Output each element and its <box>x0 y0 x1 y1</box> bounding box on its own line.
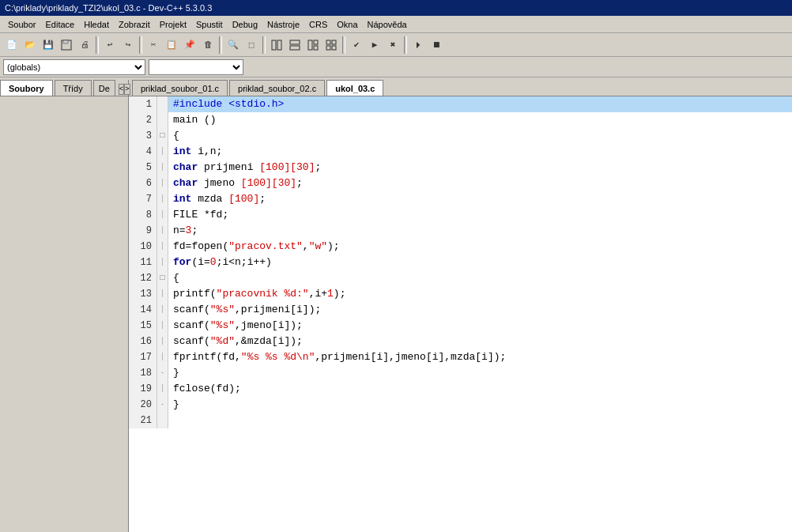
delete-button[interactable]: 🗑 <box>199 36 217 54</box>
run-button[interactable]: ▶ <box>366 36 383 54</box>
stop-button[interactable]: ✖ <box>384 36 402 54</box>
line-content[interactable]: char jmeno [100][30]; <box>168 175 303 191</box>
paste-button[interactable]: 📌 <box>181 36 198 54</box>
goto-button[interactable]: ⬚ <box>243 36 260 54</box>
line-content[interactable]: int i,n; <box>168 144 222 160</box>
menu-zobrazit[interactable]: Zobrazit <box>114 18 155 31</box>
line-content[interactable]: { <box>168 270 179 286</box>
dropdown-bar: (globals) <box>0 57 792 77</box>
fold-indicator[interactable]: □ <box>157 270 168 286</box>
code-line: 6 | char jmeno [100][30]; <box>129 175 792 191</box>
new-button[interactable]: 📄 <box>3 36 21 54</box>
line-number: 8 <box>129 207 157 223</box>
menu-nastroje[interactable]: Nástroje <box>262 18 304 31</box>
line-number: 1 <box>129 96 157 112</box>
menu-soubor[interactable]: Soubor <box>3 18 40 31</box>
line-content[interactable]: n=3; <box>168 223 198 239</box>
line-content[interactable]: fclose(fd); <box>168 381 241 397</box>
code-line: 2 main () <box>129 112 792 128</box>
fold-indicator: | <box>157 334 168 349</box>
line-number: 21 <box>129 413 157 428</box>
svg-rect-12 <box>332 46 336 50</box>
line-number: 7 <box>129 191 157 207</box>
cut-button[interactable]: ✂ <box>145 36 162 54</box>
line-content[interactable]: FILE *fd; <box>168 207 228 223</box>
fold-indicator: | <box>157 239 168 255</box>
code-line: 1 #include <stdio.h> <box>129 96 792 112</box>
menu-okna[interactable]: Okna <box>332 18 362 31</box>
tab-de[interactable]: De <box>93 80 115 96</box>
menu-crs[interactable]: CRS <box>304 18 332 31</box>
line-content[interactable]: scanf("%d",&mzda[i]); <box>168 334 303 349</box>
tab-file2[interactable]: priklad_soubor_02.c <box>229 80 325 96</box>
save-all-button[interactable] <box>58 36 75 54</box>
fold-indicator: | <box>157 255 168 270</box>
code-line: 18 - } <box>129 365 792 381</box>
line-content[interactable]: fd=fopen("pracov.txt","w"); <box>168 239 340 255</box>
code-line: 8 | FILE *fd; <box>129 207 792 223</box>
line-content[interactable]: main () <box>168 112 217 128</box>
win3-button[interactable] <box>304 36 322 54</box>
debug-stop-button[interactable]: ⏹ <box>428 36 445 54</box>
code-editor[interactable]: 1 #include <stdio.h> 2 main () 3 □ { 4 |… <box>129 96 792 532</box>
menu-projekt[interactable]: Projekt <box>155 18 191 31</box>
fold-indicator <box>157 413 168 428</box>
sep6 <box>404 36 407 54</box>
line-content[interactable]: scanf("%s",jmeno[i]); <box>168 318 303 334</box>
fold-indicator[interactable]: □ <box>157 128 168 144</box>
fold-indicator: | <box>157 191 168 207</box>
win1-button[interactable] <box>268 36 285 54</box>
line-number: 3 <box>129 128 157 144</box>
line-content[interactable]: printf("pracovnik %d:",i+1); <box>168 286 345 302</box>
line-content[interactable]: char prijmeni [100][30]; <box>168 160 321 175</box>
menu-debug[interactable]: Debug <box>228 18 262 31</box>
sidebar-nav-prev[interactable]: < <box>119 84 124 95</box>
menu-bar: Soubor Editace Hledat Zobrazit Projekt S… <box>0 16 792 33</box>
compile-button[interactable]: ✔ <box>348 36 365 54</box>
line-content[interactable]: fprintf(fd,"%s %s %d\n",prijmeni[i],jmen… <box>168 349 506 365</box>
code-line: 9 | n=3; <box>129 223 792 239</box>
copy-button[interactable]: 📋 <box>163 36 180 54</box>
tab-file1[interactable]: priklad_soubor_01.c <box>132 80 228 96</box>
code-line: 16 | scanf("%d",&mzda[i]); <box>129 334 792 349</box>
win2-button[interactable] <box>286 36 304 54</box>
svg-rect-6 <box>308 40 312 50</box>
code-line: 17 | fprintf(fd,"%s %s %d\n",prijmeni[i]… <box>129 349 792 365</box>
menu-napoveda[interactable]: Nápověda <box>363 18 412 31</box>
debug-run-button[interactable]: ⏵ <box>409 36 427 54</box>
line-content[interactable]: #include <stdio.h> <box>168 96 284 112</box>
menu-editace[interactable]: Editace <box>40 18 79 31</box>
svg-rect-2 <box>272 40 276 50</box>
tab-file3[interactable]: ukol_03.c <box>326 80 383 96</box>
line-number: 11 <box>129 255 157 270</box>
win4-button[interactable] <box>322 36 340 54</box>
menu-spustit[interactable]: Spustit <box>191 18 228 31</box>
line-content[interactable]: int mzda [100]; <box>168 191 266 207</box>
menu-hledat[interactable]: Hledat <box>79 18 114 31</box>
line-content[interactable]: } <box>168 365 179 381</box>
line-content[interactable]: } <box>168 397 179 413</box>
undo-button[interactable]: ↩ <box>101 36 119 54</box>
sep2 <box>139 36 142 54</box>
open-button[interactable]: 📂 <box>21 36 39 54</box>
line-number: 16 <box>129 334 157 349</box>
line-content[interactable] <box>168 413 179 428</box>
toolbar: 📄 📂 💾 🖨 ↩ ↪ ✂ 📋 📌 🗑 🔍 ⬚ ✔ ▶ ✖ ⏵ ⏹ <box>0 33 792 57</box>
line-content[interactable]: scanf("%s",prijmeni[i]); <box>168 302 321 318</box>
line-number: 12 <box>129 270 157 286</box>
title-text: C:\priklady\priklady_TZI2\ukol_03.c - De… <box>5 3 212 13</box>
save-button[interactable]: 💾 <box>40 36 57 54</box>
code-line: 13 | printf("pracovnik %d:",i+1); <box>129 286 792 302</box>
tab-soubory[interactable]: Soubory <box>0 80 53 96</box>
tab-tridy[interactable]: Třídy <box>55 80 92 96</box>
search-button[interactable]: 🔍 <box>224 36 242 54</box>
line-content[interactable]: { <box>168 128 179 144</box>
function-dropdown[interactable] <box>149 59 243 75</box>
svg-rect-3 <box>277 40 281 50</box>
line-content[interactable]: for(i=0;i<n;i++) <box>168 255 272 270</box>
print-button[interactable]: 🖨 <box>76 36 93 54</box>
line-number: 20 <box>129 397 157 413</box>
fold-indicator <box>157 96 168 112</box>
scope-dropdown[interactable]: (globals) <box>3 59 145 75</box>
redo-button[interactable]: ↪ <box>119 36 137 54</box>
